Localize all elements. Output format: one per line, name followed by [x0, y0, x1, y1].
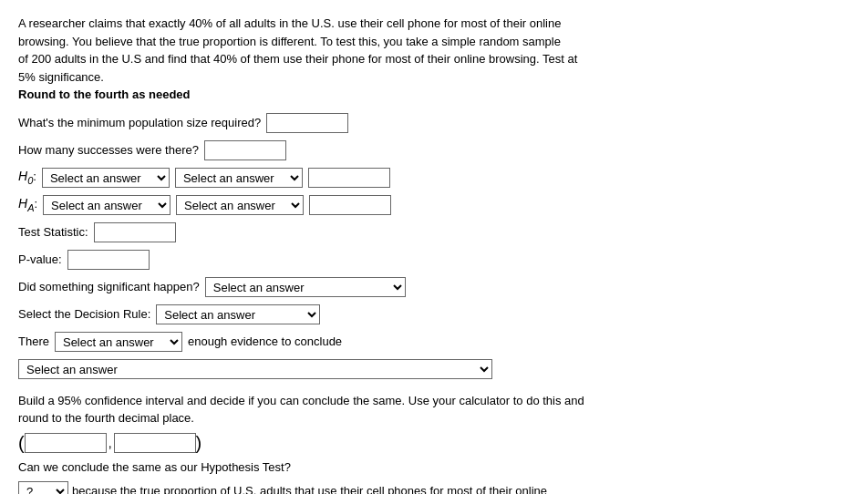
significant-label: Did something significant happen?	[18, 280, 200, 293]
round-instruction: Round to the fourth as needed	[18, 87, 191, 101]
ha-select-first[interactable]: Select an answer p = 0.40 p ≠ 0.40 p < 0…	[43, 195, 170, 215]
ha-row: HA: Select an answer p = 0.40 p ≠ 0.40 p…	[18, 195, 850, 215]
yes-no-select[interactable]: ? Yes No	[18, 481, 68, 495]
min-pop-row: What's the minimum population size requi…	[18, 113, 850, 133]
conclude-select-container: Select an answer	[18, 359, 492, 379]
open-paren: (	[18, 434, 25, 452]
p-value-label: P-value:	[18, 252, 62, 266]
ha-value-input[interactable]	[309, 195, 391, 215]
decision-label: Select the Decision Rule:	[18, 307, 150, 321]
ha-select-second[interactable]: Select an answer p = 0.40 p ≠ 0.40 p < 0…	[176, 195, 304, 215]
close-paren: )	[196, 434, 202, 452]
problem-paragraph: A researcher claims that exactly 40% of …	[18, 15, 850, 104]
significant-row: Did something significant happen? Select…	[18, 277, 850, 297]
para-line1: A researcher claims that exactly 40% of …	[18, 16, 561, 30]
p-value-input[interactable]	[67, 250, 150, 270]
confidence-line1: Build a 95% confidence interval and deci…	[18, 394, 584, 407]
conclude-select[interactable]: Select an answer	[18, 359, 492, 379]
h0-select-first[interactable]: Select an answer p = 0.40 p ≠ 0.40 p < 0…	[42, 168, 170, 188]
interval-lower-input[interactable]	[25, 433, 107, 453]
para-line2: browsing. You believe that the true prop…	[18, 35, 561, 48]
there-select[interactable]: Select an answer is is not	[55, 332, 182, 352]
confidence-line2: round to the fourth decimal place.	[18, 411, 194, 425]
p-value-row: P-value:	[18, 250, 850, 270]
there-label: There	[18, 334, 49, 348]
min-pop-input[interactable]	[266, 113, 348, 133]
min-pop-label: What's the minimum population size requi…	[18, 116, 261, 129]
h0-label: H0:	[18, 169, 36, 186]
successes-label: How many successes were there?	[18, 143, 199, 157]
because-label: because the true proportion of U.S. adul…	[72, 484, 547, 494]
h0-row: H0: Select an answer p = 0.40 p ≠ 0.40 p…	[18, 168, 850, 188]
conclude-same-label: Can we conclude the same as our Hypothes…	[18, 460, 291, 474]
successes-input[interactable]	[204, 140, 286, 160]
ha-label: HA:	[18, 196, 37, 213]
confidence-header: Build a 95% confidence interval and deci…	[18, 392, 850, 427]
h0-select-second[interactable]: Select an answer p = 0.40 p ≠ 0.40 p < 0…	[175, 168, 303, 188]
significant-select[interactable]: Select an answer Yes No	[205, 277, 406, 297]
decision-row: Select the Decision Rule: Select an answ…	[18, 304, 850, 324]
because-row: ? Yes No because the true proportion of …	[18, 481, 850, 495]
successes-row: How many successes were there?	[18, 140, 850, 160]
test-stat-label: Test Statistic:	[18, 225, 88, 239]
interval-upper-input[interactable]	[114, 433, 196, 453]
test-stat-row: Test Statistic:	[18, 222, 850, 242]
decision-select[interactable]: Select an answer Reject H0 Fail to Rejec…	[156, 304, 320, 324]
conclude-same-row: Can we conclude the same as our Hypothes…	[18, 460, 850, 474]
there-row: There Select an answer is is not enough …	[18, 332, 850, 352]
h0-value-input[interactable]	[308, 168, 390, 188]
comma-separator: ,	[108, 436, 112, 450]
test-stat-input[interactable]	[94, 222, 176, 242]
enough-evidence-label: enough evidence to conclude	[188, 334, 342, 348]
para-line3: of 200 adults in the U.S and find that 4…	[18, 52, 577, 66]
interval-inputs: ( , )	[18, 433, 850, 453]
para-line4: 5% significance.	[18, 70, 104, 84]
